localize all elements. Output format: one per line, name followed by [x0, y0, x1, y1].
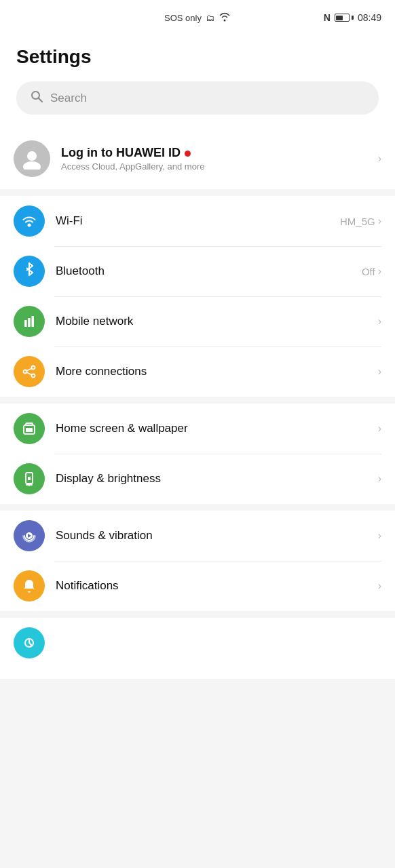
- sounds-vibration-icon-circle: [14, 520, 45, 551]
- mobile-network-chevron: ›: [378, 315, 381, 328]
- home-screen-right: ›: [378, 422, 381, 435]
- bluetooth-chevron: ›: [378, 265, 381, 277]
- display-brightness-right: ›: [378, 473, 381, 485]
- home-screen-label: Home screen & wallpaper: [56, 422, 188, 435]
- partial-icon-circle: [14, 627, 45, 658]
- bluetooth-value: Off: [362, 266, 375, 277]
- bluetooth-label: Bluetooth: [56, 264, 105, 277]
- svg-rect-6: [28, 318, 31, 327]
- more-connections-icon-circle: [14, 356, 45, 387]
- svg-rect-7: [32, 316, 35, 327]
- mobile-network-item[interactable]: Mobile network ›: [0, 296, 395, 347]
- wifi-icon-circle: [14, 205, 45, 237]
- sounds-vibration-chevron: ›: [378, 530, 381, 542]
- display-brightness-chevron: ›: [378, 473, 381, 485]
- partial-item[interactable]: [0, 618, 395, 679]
- notifications-label-wrap: Notifications: [56, 579, 378, 593]
- time-display: 08:49: [358, 12, 381, 23]
- bluetooth-icon-circle: [14, 256, 45, 287]
- huawei-id-chevron: ›: [378, 153, 381, 165]
- sounds-vibration-label: Sounds & vibration: [56, 529, 153, 542]
- chevron-icon: ›: [378, 153, 381, 165]
- display-brightness-item[interactable]: Display & brightness ›: [0, 454, 395, 504]
- huawei-id-item[interactable]: Log in to HUAWEI ID Access Cloud, AppGal…: [0, 128, 395, 189]
- notifications-icon-circle: [14, 570, 45, 601]
- status-center: SOS only 🗂: [164, 12, 231, 24]
- home-screen-item[interactable]: Home screen & wallpaper ›: [0, 403, 395, 454]
- bluetooth-label-wrap: Bluetooth: [56, 264, 362, 278]
- mobile-network-right: ›: [378, 315, 381, 328]
- huawei-id-text: Log in to HUAWEI ID Access Cloud, AppGal…: [61, 146, 378, 172]
- divider-1: [0, 189, 395, 196]
- divider-4: [0, 611, 395, 618]
- wifi-label-wrap: Wi-Fi: [56, 214, 340, 228]
- display-brightness-icon-circle: [14, 463, 45, 494]
- sounds-vibration-label-wrap: Sounds & vibration: [56, 529, 378, 542]
- search-bar-container: Search: [0, 81, 395, 128]
- mobile-network-label: Mobile network: [56, 315, 133, 328]
- carrier-text: SOS only: [164, 13, 202, 23]
- connectivity-section: Wi-Fi HM_5G › Bluetooth Off ›: [0, 196, 395, 397]
- notifications-right: ›: [378, 580, 381, 592]
- home-screen-label-wrap: Home screen & wallpaper: [56, 422, 378, 435]
- svg-rect-14: [26, 428, 33, 432]
- status-bar: SOS only 🗂 N 08:49: [0, 0, 395, 35]
- more-connections-label-wrap: More connections: [56, 365, 378, 378]
- page-title-section: Settings: [0, 35, 395, 81]
- bluetooth-item[interactable]: Bluetooth Off ›: [0, 246, 395, 296]
- display-brightness-label-wrap: Display & brightness: [56, 472, 378, 486]
- display-brightness-label: Display & brightness: [56, 472, 161, 485]
- divider-3: [0, 504, 395, 511]
- search-placeholder: Search: [50, 92, 87, 105]
- bottom-partial-section: [0, 618, 395, 679]
- notification-dot: [185, 151, 191, 157]
- more-connections-right: ›: [378, 366, 381, 378]
- mobile-network-label-wrap: Mobile network: [56, 315, 378, 328]
- wifi-label: Wi-Fi: [56, 214, 83, 227]
- display-section: Home screen & wallpaper › Display & brig…: [0, 403, 395, 504]
- status-right: N 08:49: [324, 12, 381, 23]
- wifi-value: HM_5G: [340, 216, 375, 227]
- notifications-label: Notifications: [56, 579, 119, 592]
- more-connections-label: More connections: [56, 365, 147, 378]
- notifications-item[interactable]: Notifications ›: [0, 561, 395, 611]
- svg-line-11: [26, 368, 31, 370]
- wifi-chevron: ›: [378, 215, 381, 227]
- svg-line-1: [39, 98, 43, 102]
- sounds-vibration-item[interactable]: Sounds & vibration ›: [0, 511, 395, 561]
- svg-point-9: [32, 366, 35, 370]
- search-icon: [30, 90, 43, 106]
- audio-notif-section: Sounds & vibration › Notifications ›: [0, 511, 395, 611]
- svg-rect-18: [28, 477, 31, 480]
- sim-icon: 🗂: [206, 13, 214, 23]
- nfc-icon: N: [324, 12, 331, 23]
- svg-line-12: [26, 372, 31, 374]
- home-screen-icon-circle: [14, 413, 45, 444]
- avatar: [14, 140, 50, 177]
- search-bar[interactable]: Search: [16, 81, 379, 115]
- more-connections-item[interactable]: More connections ›: [0, 347, 395, 397]
- home-screen-chevron: ›: [378, 422, 381, 435]
- wifi-right: HM_5G ›: [340, 215, 381, 227]
- bluetooth-right: Off ›: [362, 265, 381, 277]
- svg-point-4: [28, 224, 31, 227]
- svg-rect-5: [24, 320, 27, 327]
- huawei-id-subtitle: Access Cloud, AppGallery, and more: [61, 161, 378, 172]
- mobile-network-icon-circle: [14, 306, 45, 337]
- huawei-id-title: Log in to HUAWEI ID: [61, 146, 378, 160]
- huawei-id-section: Log in to HUAWEI ID Access Cloud, AppGal…: [0, 128, 395, 189]
- divider-2: [0, 397, 395, 403]
- notifications-chevron: ›: [378, 580, 381, 592]
- page-title: Settings: [16, 46, 379, 68]
- svg-point-2: [27, 151, 37, 161]
- sounds-vibration-right: ›: [378, 530, 381, 542]
- battery-icon: [335, 14, 354, 22]
- svg-point-3: [23, 161, 41, 170]
- svg-point-8: [24, 370, 27, 374]
- wifi-item[interactable]: Wi-Fi HM_5G ›: [0, 196, 395, 246]
- more-connections-chevron: ›: [378, 366, 381, 378]
- wifi-status-icon: [219, 12, 231, 24]
- svg-point-10: [32, 374, 35, 378]
